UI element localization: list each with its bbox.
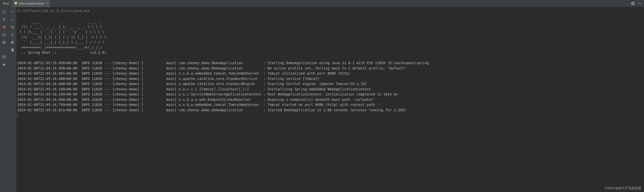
banner-line: ( ( )\___ | '_ | '_| | '_ \/ _` | \ \ \ … bbox=[17, 29, 642, 34]
log-line: 2024-01-08T21:05:16.688+08:00 INFO 11828… bbox=[17, 97, 642, 102]
tool-window-body: D:\Software\jdk-21.0.1\bin\java.exe ... … bbox=[0, 7, 644, 192]
log-line: 2024-01-08T21:05:15.058+08:00 INFO 11828… bbox=[17, 66, 642, 71]
log-line: 2024-01-08T21:05:16.061+08:00 INFO 11828… bbox=[17, 71, 642, 76]
modify-run-config-button[interactable] bbox=[1, 16, 7, 22]
close-icon[interactable]: × bbox=[46, 2, 48, 5]
svg-rect-2 bbox=[3, 26, 5, 28]
blank-line bbox=[17, 13, 642, 19]
minimize-icon[interactable] bbox=[637, 1, 642, 6]
dump-threads-button[interactable] bbox=[1, 32, 7, 38]
up-stack-button[interactable] bbox=[9, 9, 16, 15]
blank-line bbox=[17, 55, 642, 61]
log-line: 2024-01-08T21:05:16.068+08:00 INFO 11828… bbox=[17, 76, 642, 81]
left-gutter-primary bbox=[0, 7, 8, 192]
tab-label: DemoApplication bbox=[19, 2, 44, 5]
banner-line: =========|_|==============|___/=/_/_/_/ bbox=[17, 45, 642, 50]
print-button[interactable] bbox=[9, 39, 16, 45]
command-line: D:\Software\jdk-21.0.1\bin\java.exe ... bbox=[17, 8, 642, 13]
console-output[interactable]: D:\Software\jdk-21.0.1\bin\java.exe ... … bbox=[16, 7, 644, 192]
run-label: Run: bbox=[0, 2, 12, 5]
log-line: 2024-01-08T21:05:16.109+08:00 INFO 11828… bbox=[17, 92, 642, 97]
stop-button[interactable] bbox=[1, 24, 7, 30]
layout-icon[interactable] bbox=[1, 54, 7, 60]
svg-rect-12 bbox=[12, 41, 13, 42]
banner-line: /\\ / ___'_ __ _ _(_)_ __ __ _ \ \ \ \ bbox=[17, 24, 642, 29]
svg-rect-1 bbox=[638, 3, 641, 4]
svg-rect-13 bbox=[12, 43, 13, 44]
pin-icon[interactable] bbox=[1, 62, 7, 68]
cursor bbox=[17, 113, 18, 117]
gear-icon[interactable] bbox=[630, 1, 635, 6]
log-line: 2024-01-08T21:05:16.811+08:00 INFO 11828… bbox=[17, 107, 642, 113]
svg-point-6 bbox=[4, 42, 5, 43]
svg-rect-7 bbox=[3, 41, 5, 42]
tool-window-header: Run: DemoApplication × bbox=[0, 0, 644, 7]
down-stack-button[interactable] bbox=[9, 16, 16, 22]
camera-icon[interactable] bbox=[1, 39, 7, 45]
banner-line: . ____ _ __ _ _ bbox=[17, 19, 642, 24]
banner-line: :: Spring Boot :: (v3.2.0) bbox=[17, 50, 642, 55]
run-tool-window: Run: DemoApplication × bbox=[0, 0, 644, 192]
log-line: 2024-01-08T21:05:16.109+08:00 INFO 11828… bbox=[17, 87, 642, 92]
log-line: 2024-01-08T21:05:16.068+08:00 INFO 11828… bbox=[17, 81, 642, 87]
svg-point-4 bbox=[4, 34, 5, 35]
run-tab-demoapplication[interactable]: DemoApplication × bbox=[12, 0, 50, 7]
banner-line: \\/ ___)| |_)| | | | | || (_| | ) ) ) ) bbox=[17, 34, 642, 40]
cursor-line bbox=[17, 113, 642, 118]
log-line: 2024-01-08T21:05:15.056+08:00 INFO 11828… bbox=[17, 60, 642, 66]
clear-all-button[interactable] bbox=[9, 47, 16, 53]
svg-rect-8 bbox=[3, 56, 6, 59]
banner-line: ' |____| .__|_| |_|_| |_\__, | / / / / bbox=[17, 39, 642, 45]
rerun-button[interactable] bbox=[1, 9, 7, 15]
spring-boot-icon bbox=[14, 1, 18, 6]
soft-wrap-button[interactable] bbox=[9, 24, 16, 30]
left-gutter-secondary bbox=[8, 7, 16, 192]
scroll-end-button[interactable] bbox=[9, 32, 16, 38]
log-line: 2024-01-08T21:05:16.799+08:00 INFO 11828… bbox=[17, 102, 642, 107]
